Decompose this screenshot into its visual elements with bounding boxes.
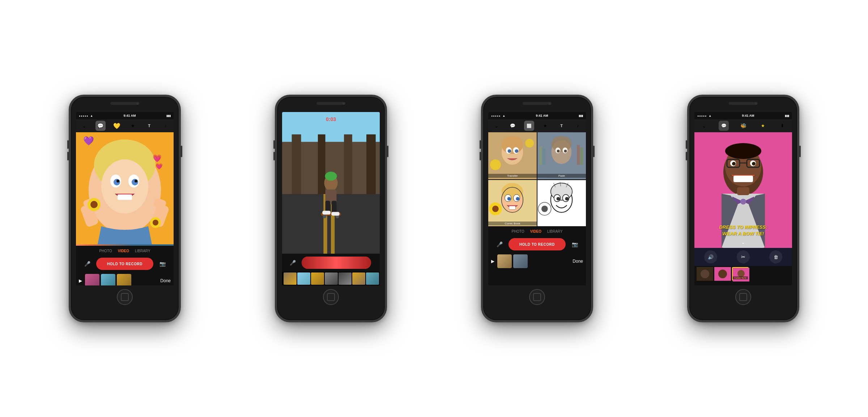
speech-bubble-icon-3[interactable]: 💬 <box>508 121 518 131</box>
filter-comic[interactable]: Comic Book <box>488 180 537 226</box>
star-icon[interactable]: ★ <box>128 121 138 131</box>
film-thumb-1a[interactable] <box>85 274 99 285</box>
film-thumb-4a[interactable] <box>697 267 713 281</box>
filter-bw[interactable] <box>537 180 586 226</box>
svg-point-49 <box>552 136 572 152</box>
svg-rect-37 <box>331 212 340 215</box>
film-thumb-2b[interactable] <box>297 272 310 285</box>
volume-button-4[interactable]: 🔊 <box>704 250 717 263</box>
play-button-1[interactable]: ▶ <box>79 278 82 283</box>
main-view-1: 💜 💗 💗 <box>76 132 174 246</box>
svg-rect-51 <box>542 149 545 165</box>
delete-button-4[interactable]: 🗑 <box>769 250 782 263</box>
film-thumb-2f[interactable] <box>352 272 365 285</box>
photo-icon-3[interactable]: ⬜ <box>524 121 534 131</box>
phone-1-screen: ●●●●● ▲ 9:41 AM ▮▮▮ ⌄ 💬 💛 ★ T ♪ <box>76 112 174 285</box>
signal-area-3: ●●●●● ▲ <box>491 114 505 117</box>
film-thumb-2d[interactable] <box>325 272 338 285</box>
film-thumb-1b[interactable] <box>101 274 115 285</box>
home-button-2[interactable] <box>323 289 339 305</box>
svg-point-62 <box>492 206 499 212</box>
mode-photo[interactable]: PHOTO <box>99 249 112 253</box>
svg-rect-50 <box>539 147 542 165</box>
play-button-3[interactable]: ▶ <box>491 259 494 264</box>
mode-video-3[interactable]: VIDEO <box>530 229 541 233</box>
svg-rect-10 <box>118 194 132 200</box>
filter-svg-1 <box>488 132 537 179</box>
film-thumb-2g[interactable] <box>366 272 379 285</box>
mode-photo-3[interactable]: PHOTO <box>511 229 524 233</box>
text-icon[interactable]: T <box>144 121 154 131</box>
svg-rect-32 <box>332 201 336 214</box>
chevron-down-icon-4[interactable]: ⌄ <box>699 121 709 131</box>
main-scene: ●●●●● ▲ 9:41 AM ▮▮▮ ⌄ 💬 💛 ★ T ♪ <box>0 0 868 417</box>
mode-library[interactable]: LIBRARY <box>135 249 150 253</box>
filter-fade[interactable]: Fade <box>537 132 586 179</box>
mic-button-3[interactable]: 🎤 <box>494 239 505 250</box>
film-thumb-4c-selected[interactable]: Fashion Tip #2 <box>732 267 749 281</box>
camera-button-3[interactable]: 📷 <box>569 239 580 250</box>
mic-button-2[interactable]: 🎤 <box>287 257 298 268</box>
star-icon-3[interactable]: ★ <box>540 121 550 131</box>
speech-bubble-icon[interactable]: 💬 <box>95 121 106 131</box>
star-icon-4[interactable]: ★ <box>758 121 768 131</box>
phone-2-screen: 0:03 🎤 <box>282 112 380 285</box>
done-label-1[interactable]: Done <box>160 278 171 283</box>
svg-rect-97 <box>737 187 749 195</box>
pink-heart-emoji: 💗 <box>153 154 162 162</box>
record-button-1[interactable]: HOLD TO RECORD <box>96 258 153 270</box>
status-bar-3: ●●●●● ▲ 9:41 AM ▮▮▮ <box>488 112 586 119</box>
record-button-2-active[interactable] <box>302 257 371 269</box>
music-icon-3[interactable]: ♪ <box>573 121 583 131</box>
film-thumb-2e[interactable] <box>339 272 352 285</box>
emoji-icon-4[interactable]: 🐝 <box>738 121 748 131</box>
mic-button-1[interactable]: 🎤 <box>82 258 93 269</box>
film-thumb-2c[interactable] <box>311 272 324 285</box>
svg-point-9 <box>135 180 137 182</box>
home-button-4[interactable] <box>735 289 751 305</box>
mode-library-3[interactable]: LIBRARY <box>547 229 563 233</box>
home-button-1[interactable] <box>117 289 133 305</box>
filter-transfer[interactable]: Transfer <box>488 132 537 179</box>
svg-rect-53 <box>580 147 583 165</box>
svg-point-75 <box>565 197 569 201</box>
hearts-overlay: 💜 <box>83 136 94 146</box>
record-row-1: 🎤 HOLD TO RECORD 📷 <box>76 256 174 272</box>
skater-background <box>282 112 380 254</box>
filmstrip-4: Fashion Tip #2 <box>694 266 792 282</box>
film-thumb-3b[interactable] <box>513 254 528 268</box>
speech-bubble-icon-4[interactable]: 💬 <box>719 121 729 131</box>
status-bar-4: ●●●●● ▲ 9:41 AM ▮▮▮ <box>694 112 792 119</box>
camera-button-1[interactable]: 📷 <box>157 258 168 269</box>
svg-point-44 <box>515 149 518 153</box>
record-row-2: 🎤 <box>282 254 380 272</box>
bottom-controls-3: PHOTO VIDEO LIBRARY 🎤 HOLD TO RECORD 📷 ▶… <box>488 226 586 270</box>
battery-icon-3: ▮▮▮ <box>579 114 583 117</box>
filter-label-comic: Comic Book <box>488 222 537 225</box>
svg-point-46 <box>525 139 534 147</box>
svg-point-56 <box>557 150 560 152</box>
battery-area-4: ▮▮▮ <box>785 114 789 117</box>
battery-icon-1: ▮▮▮ <box>166 114 171 117</box>
dress-to-impress-text: DRESS TO IMPRESS:WEAR A BOW TIE! <box>698 224 788 237</box>
record-button-3[interactable]: HOLD TO RECORD <box>509 238 566 250</box>
done-label-3[interactable]: Done <box>573 259 583 264</box>
toolbar-1: ⌄ 💬 💛 ★ T ♪ <box>76 119 174 132</box>
emoji-icon[interactable]: 💛 <box>112 121 122 131</box>
chevron-down-icon[interactable]: ⌄ <box>79 121 89 131</box>
download-icon-4[interactable]: ⬇ <box>777 121 787 131</box>
expand-chevron[interactable]: ⌄ <box>741 239 745 245</box>
cut-button-4[interactable]: ✂ <box>737 250 750 263</box>
skater-svg <box>282 112 380 254</box>
text-icon-3[interactable]: T <box>557 121 567 131</box>
home-button-3[interactable] <box>529 289 545 305</box>
phone-4-screen: ●●●●● ▲ 9:41 AM ▮▮▮ ⌄ 💬 🐝 ★ ⬇ <box>694 112 792 285</box>
film-thumb-4b[interactable] <box>714 267 731 281</box>
film-thumb-1c[interactable] <box>117 274 131 285</box>
battery-area-1: ▮▮▮ <box>166 114 171 117</box>
music-icon[interactable]: ♪ <box>161 121 171 131</box>
mode-video[interactable]: VIDEO <box>118 249 129 253</box>
chevron-down-icon-3[interactable]: ⌄ <box>492 121 502 131</box>
film-thumb-3a[interactable] <box>497 254 512 268</box>
film-thumb-2a[interactable] <box>284 272 297 285</box>
